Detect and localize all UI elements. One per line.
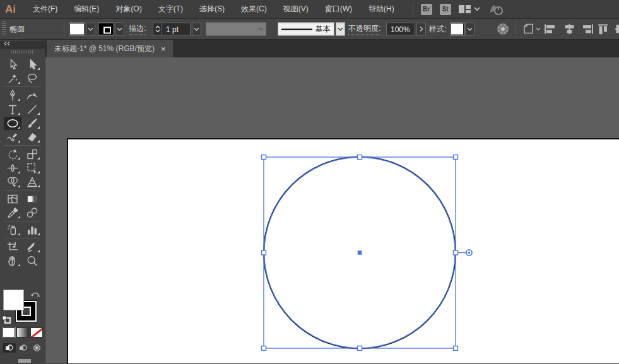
eraser-tool-icon[interactable]	[23, 131, 41, 144]
draw-behind-button[interactable]	[16, 343, 30, 353]
ellipse-tool-icon[interactable]	[4, 117, 21, 130]
slice-tool-icon[interactable]	[23, 240, 41, 254]
canvas[interactable]	[45, 57, 619, 363]
menu-item-4[interactable]: 文字(T)	[150, 0, 191, 19]
align-left-icon	[544, 24, 557, 35]
tool-row	[0, 102, 45, 116]
pen-tool-icon[interactable]	[4, 89, 21, 102]
direct-selection-tool-icon[interactable]	[23, 58, 41, 71]
shape-builder-tool-icon[interactable]	[4, 175, 21, 189]
menu-item-8[interactable]: 窗口(W)	[317, 0, 360, 19]
chevron-down-icon	[256, 26, 266, 32]
document-title: 未标题-1* @ 51% (RGB/预览)	[54, 44, 155, 54]
brush-definition-field[interactable]: 基本	[278, 23, 334, 36]
align-hcenter-button[interactable]	[563, 24, 576, 35]
tools-panel	[0, 40, 45, 363]
fill-color-indicator[interactable]	[3, 290, 24, 310]
panel-grip[interactable]	[2, 21, 6, 37]
opacity-panel-link[interactable]: 不透明度:	[348, 23, 380, 35]
selected-circle-shape[interactable]	[45, 57, 619, 363]
style-swatch[interactable]	[451, 23, 464, 35]
align-top-button[interactable]	[598, 24, 611, 35]
tool-row	[0, 71, 45, 85]
align-vcenter-button[interactable]	[615, 24, 619, 35]
recolor-artwork-button[interactable]	[496, 22, 510, 36]
opacity-control: 100%	[386, 23, 426, 36]
align-left-button[interactable]	[544, 24, 557, 35]
paintbrush-tool-icon[interactable]	[23, 117, 41, 130]
draw-inside-button[interactable]	[30, 343, 44, 353]
curvature-tool-icon[interactable]	[23, 89, 41, 102]
menu-bar-right: Br St	[413, 3, 504, 16]
eyedropper-tool-icon[interactable]	[4, 206, 21, 220]
hand-tool-icon[interactable]	[4, 254, 21, 267]
style-dropdown-button[interactable]	[465, 23, 475, 36]
divider	[64, 21, 64, 37]
shape-options-button[interactable]	[522, 23, 541, 35]
gradient-button[interactable]	[16, 327, 29, 338]
chevron-down-icon	[536, 27, 541, 31]
workspace-switcher[interactable]	[459, 4, 480, 14]
stroke-weight-stepper[interactable]	[153, 23, 162, 36]
zoom-tool-icon[interactable]	[23, 254, 41, 267]
none-button[interactable]	[30, 327, 43, 338]
draw-normal-button[interactable]	[3, 343, 16, 353]
color-button[interactable]	[3, 327, 15, 338]
toolbar-separator	[4, 86, 40, 87]
panel-resize-notch[interactable]	[18, 359, 31, 363]
type-tool-icon[interactable]	[4, 103, 21, 116]
swap-fill-stroke-icon[interactable]	[30, 290, 41, 298]
stroke-panel-link[interactable]: 描边:	[129, 23, 146, 35]
selection-tool-icon[interactable]	[4, 58, 21, 71]
menu-item-2[interactable]: 编辑(E)	[66, 0, 107, 19]
document-tab[interactable]: 未标题-1* @ 51% (RGB/预览) ×	[47, 40, 173, 57]
document-icon	[522, 23, 534, 35]
perspective-grid-tool-icon[interactable]	[23, 175, 41, 189]
opacity-expand-button[interactable]	[416, 23, 426, 36]
menu-item-7[interactable]: 视图(V)	[275, 0, 317, 19]
align-right-button[interactable]	[581, 24, 594, 35]
fill-stroke-widget	[0, 288, 45, 363]
fill-color-swatch[interactable]	[69, 23, 85, 35]
stroke-dropdown-button[interactable]	[115, 23, 124, 36]
stock-button[interactable]: St	[440, 4, 451, 15]
app-logo: Ai	[0, 3, 25, 16]
menu-item-5[interactable]: 选择(S)	[191, 0, 233, 19]
workspace-layout-icon	[459, 4, 471, 14]
brush-dropdown-button[interactable]	[336, 23, 345, 36]
mesh-tool-icon[interactable]	[4, 192, 21, 206]
blend-tool-icon[interactable]	[23, 206, 41, 220]
lasso-tool-icon[interactable]	[23, 72, 41, 85]
opacity-field[interactable]: 100%	[386, 23, 415, 36]
menu-item-9[interactable]: 帮助(H)	[360, 0, 403, 19]
free-transform-tool-icon[interactable]	[23, 161, 41, 175]
artboard-tool-icon[interactable]	[4, 240, 21, 254]
fill-dropdown-button[interactable]	[86, 23, 95, 36]
bridge-button[interactable]: Br	[421, 4, 432, 15]
stroke-color-swatch[interactable]	[98, 23, 114, 35]
menu-item-6[interactable]: 效果(C)	[233, 0, 275, 19]
align-vcenter-icon	[615, 24, 619, 35]
stroke-weight-field[interactable]: 1 pt	[162, 23, 191, 36]
shaper-tool-icon[interactable]	[4, 131, 21, 144]
tool-row	[0, 88, 45, 102]
symbol-sprayer-tool-icon[interactable]	[4, 223, 21, 237]
panel-drag-grip[interactable]	[0, 49, 45, 55]
line-segment-tool-icon[interactable]	[23, 103, 41, 116]
rotate-tool-icon[interactable]	[4, 148, 21, 161]
stroke-weight-dropdown[interactable]	[192, 23, 201, 36]
close-tab-icon[interactable]: ×	[161, 45, 166, 53]
menu-item-1[interactable]: 文件(F)	[25, 0, 66, 19]
width-tool-icon[interactable]	[4, 161, 21, 175]
gradient-tool-icon[interactable]	[23, 192, 41, 206]
brush-stroke-preview	[281, 28, 312, 30]
rocket-power-icon[interactable]	[488, 3, 504, 16]
menu-bar: Ai 文件(F)编辑(E)对象(O)文字(T)选择(S)效果(C)视图(V)窗口…	[0, 0, 619, 19]
tool-row	[0, 147, 45, 161]
column-graph-tool-icon[interactable]	[23, 223, 41, 237]
scale-tool-icon[interactable]	[23, 148, 41, 161]
default-colors-icon[interactable]	[2, 315, 11, 324]
magic-wand-tool-icon[interactable]	[4, 72, 21, 85]
menu-item-3[interactable]: 对象(O)	[107, 0, 150, 19]
panel-collapse-button[interactable]	[0, 41, 45, 49]
